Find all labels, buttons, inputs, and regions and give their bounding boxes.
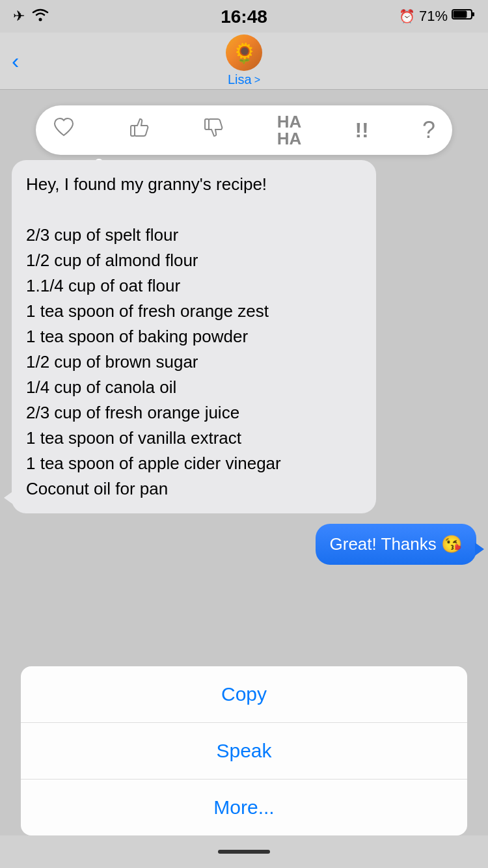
home-indicator: [218, 850, 270, 854]
haha-reaction[interactable]: HAHA: [277, 113, 302, 147]
context-menu: Copy Speak More...: [21, 666, 467, 835]
battery-icon: [452, 8, 475, 25]
svg-rect-5: [205, 119, 209, 129]
status-bar: ✈ 16:48 ⏰ 71%: [0, 0, 488, 33]
svg-rect-2: [472, 12, 474, 16]
sent-message-bubble: Great! Thanks 😘: [316, 524, 477, 565]
chevron-right-icon: >: [254, 74, 260, 86]
nav-bar: ‹ Lisa >: [0, 33, 488, 90]
alarm-icon: ⏰: [399, 8, 415, 24]
status-right: ⏰ 71%: [399, 8, 475, 25]
airplane-icon: ✈: [13, 8, 25, 25]
avatar: [226, 34, 262, 71]
svg-rect-3: [454, 11, 467, 18]
contact-name[interactable]: Lisa >: [228, 72, 260, 87]
svg-point-0: [39, 18, 42, 21]
svg-rect-4: [131, 126, 135, 136]
sent-message-wrapper: Great! Thanks 😘: [12, 524, 476, 565]
nav-center: Lisa >: [226, 34, 262, 87]
status-time: 16:48: [221, 7, 267, 27]
sent-message-text: Great! Thanks 😘: [330, 534, 463, 554]
more-button[interactable]: More...: [21, 780, 467, 835]
status-left: ✈: [13, 8, 49, 25]
heart-reaction[interactable]: [53, 117, 75, 143]
received-message-text: Hey, I found my granny's recipe! 2/3 cup…: [26, 174, 281, 498]
chat-area: HAHA !! ? Hey, I found my granny's recip…: [0, 90, 488, 571]
wifi-icon: [31, 8, 49, 25]
reaction-bar: HAHA !! ?: [36, 105, 452, 155]
context-menu-container: Copy Speak More...: [0, 666, 488, 835]
thumbsup-reaction[interactable]: [128, 116, 149, 144]
exclaim-reaction[interactable]: !!: [355, 118, 368, 142]
copy-button[interactable]: Copy: [21, 666, 467, 723]
question-reaction[interactable]: ?: [422, 116, 435, 144]
received-message-bubble: Hey, I found my granny's recipe! 2/3 cup…: [12, 160, 376, 513]
back-button[interactable]: ‹: [12, 48, 19, 74]
speak-button[interactable]: Speak: [21, 723, 467, 780]
battery-percent: 71%: [419, 8, 448, 25]
bottom-bar: [0, 835, 488, 868]
thumbsdown-reaction[interactable]: [202, 116, 223, 144]
